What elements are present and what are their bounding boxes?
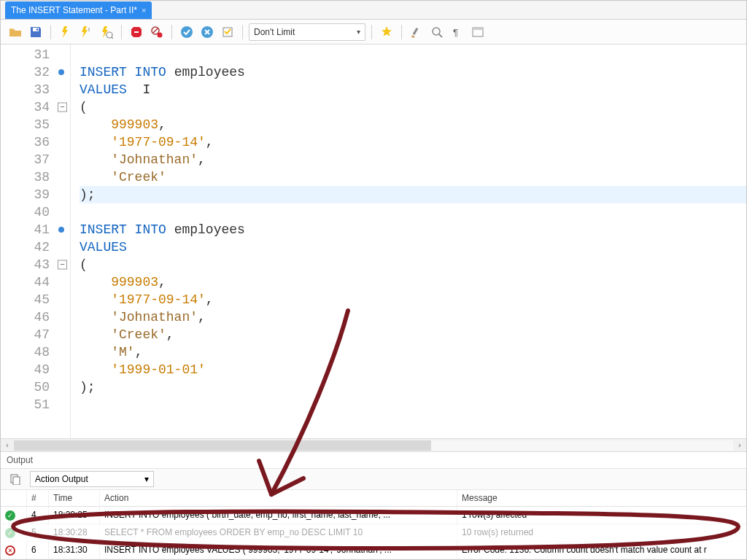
text-cursor-icon: I [127, 82, 150, 97]
table-row[interactable]: ✓418:30:25INSERT INTO employees ( birth_… [1, 507, 746, 524]
sql-editor[interactable]: 31323334−353637383940414243−444546474849… [1, 44, 746, 438]
row-message: Error Code: 1136. Column count doesn't m… [457, 542, 747, 559]
line-number: 51 [1, 396, 70, 413]
breakpoint-dot-icon [58, 69, 64, 75]
code-line[interactable]: ( [80, 98, 746, 116]
breakpoint-dot-icon [58, 227, 64, 233]
tab-bar: The INSERT Statement - Part II* × [1, 1, 746, 20]
line-number: 48 [1, 343, 70, 361]
separator [401, 25, 402, 39]
code-line[interactable]: ); [80, 186, 746, 203]
tab-title: The INSERT Statement - Part II* [11, 5, 137, 15]
code-line[interactable]: 'M', [80, 343, 746, 361]
svg-text:I: I [88, 27, 90, 32]
code-line[interactable]: 'Johnathan', [80, 308, 746, 326]
line-number: 46 [1, 308, 70, 326]
svg-rect-6 [134, 31, 139, 33]
panel-toggle-icon[interactable] [469, 23, 487, 41]
svg-text:¶: ¶ [453, 27, 458, 38]
line-number: 32 [1, 63, 70, 81]
separator [242, 25, 243, 39]
line-number: 37 [1, 151, 70, 168]
row-time: 18:31:30 [49, 542, 100, 559]
beautify-icon[interactable] [378, 23, 395, 41]
line-number: 38 [1, 168, 70, 186]
table-row[interactable]: ✓518:30:28SELECT * FROM employees ORDER … [1, 524, 746, 542]
col-status [1, 490, 27, 506]
cancel-query-icon[interactable] [148, 23, 166, 41]
status-cell: ✓ [1, 524, 27, 541]
scroll-track[interactable] [14, 440, 733, 451]
code-line[interactable]: 999903, [80, 116, 746, 133]
code-line[interactable]: VALUES I [80, 81, 746, 98]
autocommit-icon[interactable] [219, 23, 236, 41]
chevron-down-icon: ▾ [144, 474, 149, 484]
line-number: 43− [1, 256, 70, 273]
output-grid: # Time Action Message ✓418:30:25INSERT I… [1, 490, 746, 559]
stop-icon[interactable] [128, 23, 145, 41]
line-number: 41 [1, 221, 70, 238]
row-action: SELECT * FROM employees ORDER BY emp_no … [100, 524, 457, 541]
line-number: 49 [1, 361, 70, 378]
code-line[interactable]: VALUES [80, 238, 746, 256]
execute-current-icon[interactable]: I [77, 23, 95, 41]
svg-line-15 [439, 34, 442, 37]
row-number: 4 [27, 507, 49, 524]
chevron-down-icon: ▾ [357, 28, 360, 36]
line-number: 40 [1, 203, 70, 221]
output-mode-label: Action Output [35, 474, 88, 484]
code-line[interactable]: INSERT INTO employees [80, 221, 746, 238]
limit-select[interactable]: Don't Limit ▾ [249, 23, 365, 41]
code-line[interactable] [80, 396, 746, 413]
separator [121, 25, 122, 39]
brush-icon[interactable] [408, 23, 425, 41]
open-file-icon[interactable] [7, 23, 24, 41]
commit-icon[interactable] [178, 23, 196, 41]
rollback-icon[interactable] [198, 23, 216, 41]
code-line[interactable]: 'Creek', [80, 326, 746, 343]
line-number: 44 [1, 273, 70, 291]
fold-toggle-icon[interactable]: − [58, 260, 67, 270]
row-action: INSERT INTO employees VALUES ( 999903, '… [100, 542, 457, 559]
code-line[interactable]: 'Creek' [80, 168, 746, 186]
code-line[interactable]: ); [80, 378, 746, 396]
svg-point-10 [181, 26, 193, 38]
table-row[interactable]: ×618:31:30INSERT INTO employees VALUES (… [1, 542, 746, 559]
code-line[interactable]: '1977-09-14', [80, 133, 746, 151]
separator [371, 25, 372, 39]
find-icon[interactable] [428, 23, 446, 41]
col-action: Action [100, 490, 457, 506]
code-area[interactable]: INSERT INTO employeesVALUES I( 999903, '… [71, 44, 746, 438]
scroll-left-icon[interactable]: ‹ [1, 441, 14, 449]
execute-icon[interactable] [57, 23, 74, 41]
code-line[interactable]: '1999-01-01' [80, 361, 746, 378]
line-number: 31 [1, 46, 70, 63]
toolbar: I Don't Limit ▾ ¶ [1, 20, 746, 44]
output-copy-icon[interactable] [7, 470, 24, 488]
output-panel-label: Output [1, 451, 746, 468]
code-line[interactable] [80, 46, 746, 63]
separator [50, 25, 51, 39]
horizontal-scrollbar[interactable]: ‹ › [1, 438, 746, 451]
code-line[interactable]: 999903, [80, 273, 746, 291]
paragraph-icon[interactable]: ¶ [449, 23, 466, 41]
output-mode-select[interactable]: Action Output ▾ [30, 471, 154, 487]
code-line[interactable]: 'Johnathan', [80, 151, 746, 168]
row-action: INSERT INTO employees ( birth_date, emp_… [100, 507, 457, 524]
code-line[interactable]: ( [80, 256, 746, 273]
line-gutter: 31323334−353637383940414243−444546474849… [1, 44, 71, 438]
close-icon[interactable]: × [142, 6, 146, 15]
scroll-thumb[interactable] [14, 440, 431, 451]
svg-point-9 [158, 32, 163, 37]
line-number: 50 [1, 378, 70, 396]
tab-active[interactable]: The INSERT Statement - Part II* × [5, 1, 152, 19]
line-number: 33 [1, 81, 70, 98]
explain-icon[interactable] [98, 23, 115, 41]
save-icon[interactable] [27, 23, 44, 41]
svg-rect-1 [36, 28, 38, 31]
code-line[interactable]: '1977-09-14', [80, 291, 746, 308]
scroll-right-icon[interactable]: › [733, 441, 746, 449]
code-line[interactable] [80, 203, 746, 221]
code-line[interactable]: INSERT INTO employees [80, 63, 746, 81]
fold-toggle-icon[interactable]: − [58, 103, 67, 112]
